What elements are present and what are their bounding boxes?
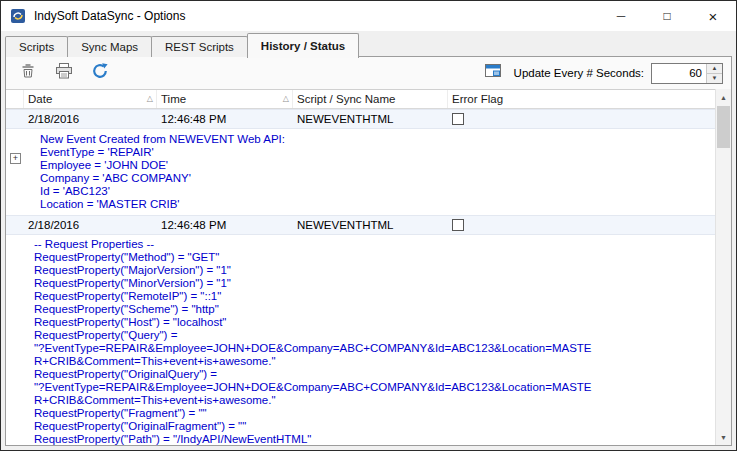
- error-flag-checkbox[interactable]: [452, 113, 464, 125]
- detail-line: New Event Created from NEWEVENT Web API:: [40, 133, 711, 146]
- title-bar: IndySoft DataSync - Options ─ □ ×: [1, 1, 736, 31]
- detail-line: RequestProperty("Scheme") = "http": [34, 303, 711, 316]
- detail-line: Location = 'MASTER CRIB': [40, 198, 711, 211]
- detail-line: RequestProperty("Query") =: [34, 329, 711, 342]
- column-header-script[interactable]: Script / Sync Name: [293, 90, 448, 108]
- update-interval-icon: [484, 63, 502, 83]
- sort-asc-icon: △: [147, 94, 153, 104]
- maximize-button[interactable]: □: [644, 1, 690, 31]
- detail-line: Employee = 'JOHN DOE': [40, 159, 711, 172]
- toolbar: Update Every # Seconds: ▲ ▼: [6, 57, 731, 89]
- expander-column-header: [6, 90, 24, 108]
- cell-date: 2/18/2016: [24, 216, 157, 234]
- detail-line: RequestProperty("OriginalFragment") = "": [34, 420, 711, 433]
- error-flag-checkbox[interactable]: [452, 219, 464, 231]
- detail-line: -- Request Properties --: [34, 238, 711, 251]
- detail-line: RequestProperty("Host") = "localhost": [34, 316, 711, 329]
- column-header-date-label: Date: [28, 93, 52, 105]
- spin-up-button[interactable]: ▲: [707, 64, 722, 74]
- print-button[interactable]: [50, 60, 78, 86]
- tab-scripts[interactable]: Scripts: [5, 36, 68, 57]
- update-interval-group: Update Every # Seconds: ▲ ▼: [479, 60, 723, 86]
- detail-line: "?EventType=REPAIR&Employee=JOHN+DOE&Com…: [34, 381, 711, 394]
- cell-date: 2/18/2016: [24, 110, 157, 128]
- history-status-page: Update Every # Seconds: ▲ ▼ Date △: [5, 56, 732, 446]
- column-header-time[interactable]: Time △: [157, 90, 293, 108]
- detail-line: EventType = 'REPAIR': [40, 146, 711, 159]
- window-controls: ─ □ ×: [598, 1, 736, 31]
- delete-button[interactable]: [14, 60, 42, 86]
- update-interval-button[interactable]: [479, 60, 507, 86]
- printer-icon: [55, 63, 73, 83]
- column-header-error-flag[interactable]: Error Flag: [448, 90, 715, 108]
- minimize-button[interactable]: ─: [598, 1, 644, 31]
- history-grid: Date △ Time △ Script / Sync Name Error F…: [6, 89, 715, 445]
- tab-sync-maps[interactable]: Sync Maps: [67, 36, 152, 57]
- tab-history-status[interactable]: History / Status: [247, 33, 359, 58]
- cell-error-flag: [448, 216, 715, 234]
- vertical-scrollbar[interactable]: ▲ ▼: [715, 89, 731, 445]
- scroll-down-button[interactable]: ▼: [716, 429, 731, 445]
- cell-time: 12:46:48 PM: [157, 110, 293, 128]
- detail-line: "?EventType=REPAIR&Employee=JOHN+DOE&Com…: [34, 342, 711, 355]
- app-icon: [10, 8, 26, 24]
- expander-button[interactable]: +: [10, 153, 21, 164]
- detail-block: + New Event Created from NEWEVENT Web AP…: [6, 129, 715, 215]
- cell-script-name: NEWEVENTHTML: [293, 216, 448, 234]
- window-title: IndySoft DataSync - Options: [34, 9, 185, 23]
- spin-down-button[interactable]: ▼: [707, 74, 722, 83]
- update-seconds-spinner: ▲ ▼: [651, 63, 723, 84]
- row-expander-gutter: [6, 110, 24, 128]
- detail-line: Company = 'ABC COMPANY': [40, 172, 711, 185]
- detail-line: R+CRIB&Comment=This+event+is+awesome.": [34, 394, 711, 407]
- detail-line: RequestProperty("RemoteIP") = "::1": [34, 290, 711, 303]
- detail-block: -- Request Properties -- RequestProperty…: [6, 235, 715, 445]
- spinner-buttons: ▲ ▼: [706, 64, 722, 83]
- detail-line: RequestProperty("MinorVersion") = "1": [34, 277, 711, 290]
- update-seconds-input[interactable]: [652, 64, 706, 83]
- column-header-script-label: Script / Sync Name: [297, 93, 395, 105]
- refresh-button[interactable]: [86, 60, 114, 86]
- detail-line: RequestProperty("OriginalQuery") =: [34, 368, 711, 381]
- row-expander-gutter: [6, 216, 24, 234]
- detail-line: RequestProperty("Fragment") = "": [34, 407, 711, 420]
- detail-line: RequestProperty("MajorVersion") = "1": [34, 264, 711, 277]
- grid-header: Date △ Time △ Script / Sync Name Error F…: [6, 90, 715, 109]
- tab-rest-scripts[interactable]: REST Scripts: [151, 36, 248, 57]
- sort-asc-icon: △: [283, 94, 289, 104]
- history-row[interactable]: 2/18/2016 12:46:48 PM NEWEVENTHTML: [6, 109, 715, 129]
- trash-icon: [20, 63, 36, 83]
- tab-strip: Scripts Sync Maps REST Scripts History /…: [5, 32, 358, 57]
- cell-script-name: NEWEVENTHTML: [293, 110, 448, 128]
- detail-line: Id = 'ABC123': [40, 185, 711, 198]
- scrollbar-thumb[interactable]: [717, 106, 730, 148]
- update-interval-label: Update Every # Seconds:: [514, 67, 644, 79]
- cell-error-flag: [448, 110, 715, 128]
- history-row[interactable]: 2/18/2016 12:46:48 PM NEWEVENTHTML: [6, 215, 715, 235]
- refresh-icon: [91, 62, 109, 84]
- column-header-date[interactable]: Date △: [24, 90, 157, 108]
- close-button[interactable]: ×: [690, 1, 736, 31]
- detail-line: RequestProperty("Path") = "/IndyAPI/NewE…: [34, 433, 711, 445]
- detail-line: R+CRIB&Comment=This+event+is+awesome.": [34, 355, 711, 368]
- scroll-up-button[interactable]: ▲: [716, 89, 731, 105]
- options-window: IndySoft DataSync - Options ─ □ × Script…: [0, 0, 737, 451]
- cell-time: 12:46:48 PM: [157, 216, 293, 234]
- column-header-error-flag-label: Error Flag: [452, 93, 503, 105]
- detail-line: RequestProperty("Method") = "GET": [34, 251, 711, 264]
- column-header-time-label: Time: [161, 93, 186, 105]
